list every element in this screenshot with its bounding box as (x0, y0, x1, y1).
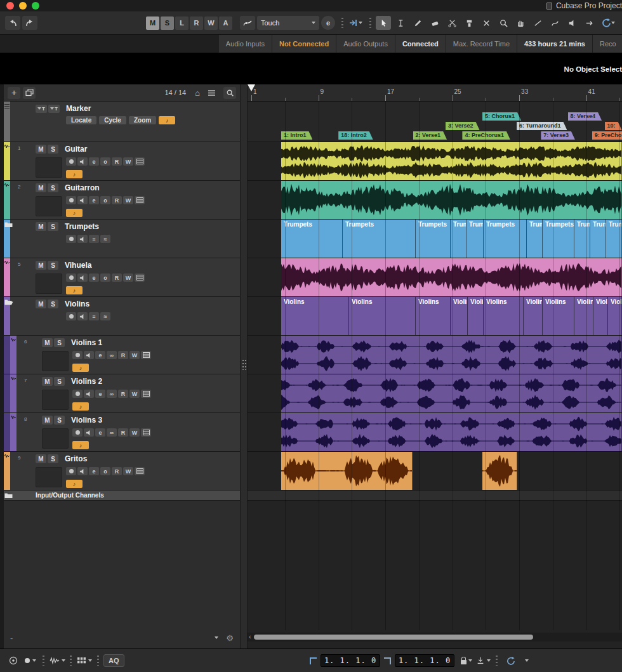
solo-button[interactable]: S (48, 222, 58, 231)
read-automation-button[interactable]: R (118, 351, 128, 359)
marker-flag[interactable]: 6: Turnaround1 (517, 122, 567, 130)
track-lane[interactable] (248, 452, 622, 491)
sync-button[interactable] (600, 16, 615, 30)
track-color-strip[interactable] (10, 413, 17, 451)
track-lane[interactable]: TrumpetsTrumpetsTrumpetsTrumpetsTrumpets… (248, 220, 622, 258)
part-event[interactable]: Trumpets (606, 220, 622, 258)
mute-button[interactable]: M (36, 183, 46, 192)
mute-button[interactable]: M (36, 454, 46, 463)
track-presets-button[interactable] (23, 87, 36, 99)
close-window-button[interactable] (6, 2, 14, 10)
solo-button[interactable]: S (48, 300, 58, 308)
redo-button[interactable] (22, 16, 37, 30)
solo-button[interactable]: S (54, 416, 65, 425)
edit-channel-button[interactable]: e (89, 273, 99, 282)
show-lanes-button[interactable] (141, 428, 151, 437)
locate-next-marker-button[interactable]: T (48, 105, 60, 113)
part-event[interactable]: Trumpets (543, 220, 574, 258)
project-cursor-icon[interactable] (248, 84, 255, 91)
monitor-button[interactable] (77, 273, 88, 282)
record-arm-button[interactable] (66, 157, 76, 166)
marker-lane[interactable]: 5: Chorus18: Verse43: Verse26: Turnaroun… (248, 102, 622, 142)
track-violins-2[interactable]: 7 M S Violins 2 e ∞ R W ♪ (4, 374, 240, 413)
record-arm-button[interactable] (72, 428, 83, 437)
part-event[interactable]: Violins (468, 297, 484, 335)
track-name[interactable]: Trumpets (65, 222, 99, 231)
track-color-strip[interactable] (4, 452, 10, 490)
audio-inputs-value[interactable]: Not Connected (272, 35, 336, 53)
cycle-button[interactable] (502, 653, 519, 668)
line-tool[interactable] (530, 16, 545, 30)
event-display[interactable]: 1917253341 5: Chorus18: Verse43: Verse26… (248, 84, 622, 649)
part-event[interactable]: Violins (608, 297, 622, 335)
show-lanes-button[interactable] (135, 196, 145, 204)
marker-flag[interactable]: 1: Intro1 (281, 131, 313, 140)
read-automation-button[interactable]: R (112, 157, 122, 166)
write-automation-button[interactable]: W (123, 467, 133, 475)
monitor-button[interactable] (77, 467, 88, 475)
group-edit-button[interactable]: ≡ (89, 235, 99, 243)
musical-mode-button[interactable]: ♪ (66, 170, 83, 178)
audio-event[interactable] (482, 452, 517, 490)
show-lanes-button[interactable] (141, 351, 151, 359)
musical-mode-button[interactable]: ♪ (66, 480, 83, 488)
audio-event[interactable] (281, 258, 622, 296)
edit-channel-button[interactable]: e (95, 390, 105, 398)
home-icon[interactable]: ⌂ (195, 88, 200, 98)
track-name[interactable]: Vihuela (65, 261, 91, 270)
monitor-o-button[interactable]: o (100, 157, 110, 166)
mute-button[interactable]: M (42, 338, 53, 347)
musical-mode-button[interactable]: ♪ (72, 402, 89, 411)
right-locator-time[interactable]: 1. 1. 1. 0 (395, 654, 454, 667)
write-automation-button[interactable]: W (123, 196, 133, 204)
hand-tool[interactable] (513, 16, 528, 30)
part-event[interactable]: Violins (451, 297, 468, 335)
zoom-tool[interactable] (496, 16, 511, 30)
record-arm-button[interactable] (66, 273, 76, 282)
track-guitarron[interactable]: 2 M S Guitarron e o R W ♪ (4, 181, 240, 220)
add-track-button[interactable]: + (8, 87, 20, 99)
track-vihuela[interactable]: 5 M S Vihuela e o R W ♪ (4, 258, 240, 297)
track-name[interactable]: Guitar (65, 145, 87, 154)
solo-button[interactable]: S (48, 454, 58, 463)
solo-button[interactable]: S (48, 145, 58, 154)
marker-flag[interactable]: 3: Verse2 (446, 122, 480, 130)
solo-button[interactable]: S (54, 377, 65, 386)
edit-channel-button[interactable]: e (89, 157, 99, 166)
audio-event[interactable] (281, 374, 622, 412)
track-list-empty-area[interactable] (4, 501, 240, 649)
freeze-button[interactable]: ∞ (107, 351, 117, 359)
audio-waveform-dropdown[interactable] (49, 653, 65, 668)
locate-button[interactable]: Locate (66, 116, 96, 124)
automation-panel-button[interactable] (240, 16, 255, 30)
track-lane[interactable] (248, 374, 622, 413)
marker-flag[interactable]: 4: PreChorus1 (462, 131, 510, 140)
musical-mode-button[interactable]: ♪ (159, 116, 175, 124)
track-lane[interactable] (248, 336, 622, 374)
audio-record-dropdown[interactable] (22, 653, 38, 668)
auto-quantize-button[interactable]: AQ (103, 654, 124, 667)
search-button[interactable] (223, 87, 236, 99)
write-automation-button[interactable]: W (129, 351, 140, 359)
record-arm-button[interactable] (66, 235, 76, 243)
monitor-button[interactable] (77, 235, 88, 243)
global-suspend-button[interactable]: A (219, 16, 232, 30)
part-event[interactable]: Trumpets (343, 220, 416, 258)
io-channels-row[interactable]: Input/Output Channels (4, 491, 240, 501)
part-event[interactable]: Violins (543, 297, 574, 335)
edit-channel-button[interactable]: e (89, 467, 99, 475)
show-lanes-button[interactable] (135, 467, 145, 475)
track-trumpets-folder[interactable]: M S Trumpets ≡ ≈ (4, 220, 240, 258)
mute-button[interactable]: M (42, 377, 53, 386)
gear-icon[interactable]: ⚙ (226, 633, 234, 643)
track-gritos[interactable]: 9 M S Gritos e o R W ♪ (4, 452, 240, 491)
part-event[interactable]: Violins (574, 297, 593, 335)
read-automation-button[interactable]: R (112, 196, 122, 204)
part-event[interactable]: Violins (593, 297, 608, 335)
monitor-o-button[interactable]: o (100, 273, 110, 282)
track-guitar[interactable]: 1 M S Guitar e o R W ♪ (4, 142, 240, 181)
transport-options-dropdown[interactable] (519, 653, 535, 668)
mute-tool[interactable] (479, 16, 494, 30)
track-color-strip[interactable] (4, 258, 10, 296)
track-lane[interactable] (248, 181, 622, 220)
